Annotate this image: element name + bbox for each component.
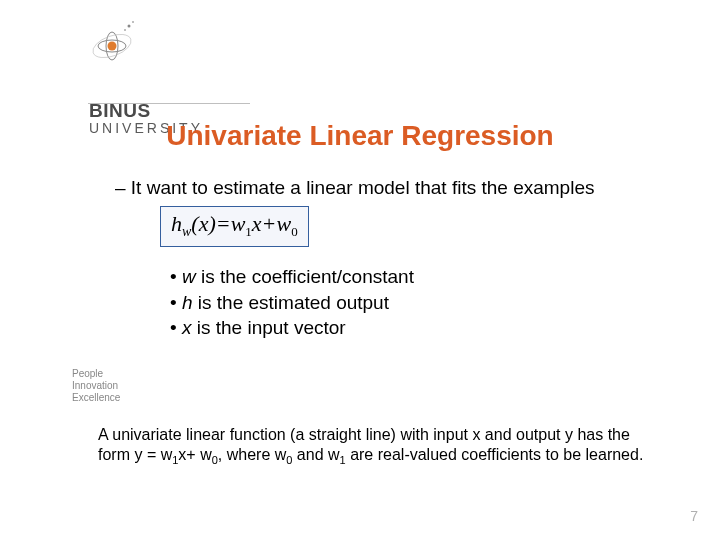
formula-w0: w bbox=[276, 211, 291, 236]
summary-l1: A univariate linear function (a straight… bbox=[98, 426, 630, 443]
globe-icon bbox=[85, 10, 139, 72]
formula-x: x bbox=[252, 211, 262, 236]
svg-point-6 bbox=[124, 29, 126, 31]
footer-tagline: People Innovation Excellence bbox=[72, 368, 120, 404]
svg-point-5 bbox=[132, 21, 134, 23]
bullet-1: w is the coefficient/constant bbox=[170, 264, 414, 290]
summary-l2c: , where w bbox=[218, 446, 286, 463]
binus-logo: BINUS UNIVERSITY bbox=[85, 10, 245, 100]
tagline-1: People bbox=[72, 368, 120, 380]
formula-box: hw(x)=w1x+w0 bbox=[160, 206, 309, 247]
bullet-3-text: is the input vector bbox=[191, 317, 345, 338]
formula-w1: w bbox=[231, 211, 246, 236]
formula-eq: = bbox=[216, 211, 231, 236]
slide-title: Univariate Linear Regression bbox=[0, 120, 720, 152]
bullet-2-text: is the estimated output bbox=[193, 292, 389, 313]
bullet-1-var: w bbox=[182, 266, 196, 287]
logo-underline bbox=[88, 103, 250, 104]
bullet-3: x is the input vector bbox=[170, 315, 414, 341]
bullet-2-var: h bbox=[182, 292, 193, 313]
bullet-3-var: x bbox=[182, 317, 192, 338]
summary-l2a: form y = w bbox=[98, 446, 172, 463]
summary-paragraph: A univariate linear function (a straight… bbox=[98, 425, 652, 468]
formula-h: h bbox=[171, 211, 182, 236]
svg-point-3 bbox=[108, 42, 117, 51]
page-number: 7 bbox=[690, 508, 698, 524]
bullet-1-text: is the coefficient/constant bbox=[196, 266, 414, 287]
summary-l2e: are real-valued coefficients to be learn… bbox=[346, 446, 644, 463]
svg-point-4 bbox=[128, 25, 131, 28]
intro-line: – It want to estimate a linear model tha… bbox=[115, 177, 594, 199]
summary-l2d: and w bbox=[292, 446, 339, 463]
bullet-list: w is the coefficient/constant h is the e… bbox=[170, 264, 414, 341]
tagline-3: Excellence bbox=[72, 392, 120, 404]
bullet-2: h is the estimated output bbox=[170, 290, 414, 316]
summary-l2b: x+ w bbox=[178, 446, 211, 463]
formula-plus: + bbox=[262, 211, 277, 236]
tagline-2: Innovation bbox=[72, 380, 120, 392]
formula-sub-w: w bbox=[182, 224, 191, 239]
formula-sub0: 0 bbox=[291, 224, 298, 239]
formula-x-arg: (x) bbox=[191, 211, 215, 236]
